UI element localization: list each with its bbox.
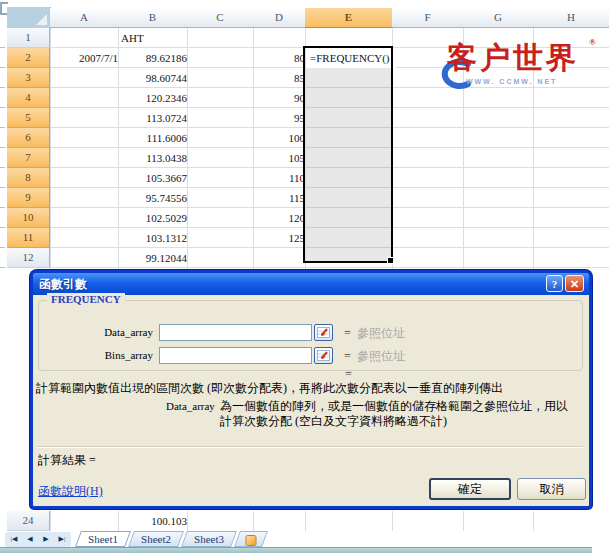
row-header-8[interactable]: 8: [7, 168, 50, 188]
column-header-c[interactable]: C: [187, 8, 254, 28]
cancel-button[interactable]: 取消: [517, 478, 586, 500]
close-icon[interactable]: ✕: [565, 275, 584, 292]
tab-sheet1-label: Sheet1: [79, 532, 127, 546]
range-selector-button[interactable]: [314, 347, 333, 364]
column-header-a[interactable]: A: [50, 8, 119, 28]
select-all-corner[interactable]: [7, 7, 51, 29]
dialog-title: 函數引數: [39, 273, 87, 295]
bins-array-label: Bins_array: [53, 349, 153, 361]
cell-b5[interactable]: 113.0724: [118, 108, 190, 128]
row-header-3[interactable]: 3: [7, 68, 50, 88]
tab-sheet2[interactable]: Sheet2: [128, 531, 184, 547]
argument-description: 為一個數值的陣列，或是一個數值的儲存格範圍之參照位址，用以計算次數分配 (空白及…: [220, 399, 568, 429]
cell-b7[interactable]: 113.0438: [118, 148, 190, 168]
cell-d7[interactable]: 105: [253, 148, 308, 168]
cell-d4[interactable]: 90: [253, 88, 308, 108]
tab-sheet3[interactable]: Sheet3: [181, 531, 237, 547]
equals-sign: =: [344, 349, 351, 364]
tab-nav-buttons: |◀ ◀ ▶ ▶|: [5, 532, 71, 547]
cell-b2[interactable]: 89.62186: [118, 48, 190, 68]
function-description: 計算範圍內數值出現的區間次數 (即次數分配表)，再將此次數分配表以一垂直的陣列傳…: [36, 381, 588, 395]
cell-b24[interactable]: 100.103: [118, 511, 190, 531]
dialog-help-button[interactable]: ?: [546, 275, 563, 292]
row-header-12[interactable]: 12: [7, 248, 50, 268]
row-header-4[interactable]: 4: [7, 88, 50, 108]
data-array-input[interactable]: [159, 324, 312, 341]
cell-b4[interactable]: 120.2346: [118, 88, 190, 108]
range-selector-button[interactable]: [314, 324, 333, 341]
insert-worksheet-tab[interactable]: [234, 531, 268, 547]
argument-name: Data_array: [166, 400, 215, 412]
row-header-5[interactable]: 5: [7, 108, 50, 128]
cell-b10[interactable]: 102.5029: [118, 208, 190, 228]
cell-d11[interactable]: 125: [253, 228, 308, 248]
tab-sheet2-label: Sheet2: [132, 532, 180, 546]
cell-b1[interactable]: AHT: [118, 28, 190, 48]
cell-d5[interactable]: 95: [253, 108, 308, 128]
column-header-h[interactable]: H: [533, 8, 609, 28]
cell-b6[interactable]: 111.6006: [118, 128, 190, 148]
row-header-6[interactable]: 6: [7, 128, 50, 148]
row-header-9[interactable]: 9: [7, 188, 50, 208]
row-header-10[interactable]: 10: [7, 208, 50, 228]
cell-b11[interactable]: 103.1312: [118, 228, 190, 248]
column-header-e[interactable]: E: [305, 8, 393, 28]
scrollbar-strip: [0, 547, 592, 553]
gridline-v: [533, 511, 534, 531]
row-header-11[interactable]: 11: [7, 228, 50, 248]
gridline-v: [253, 511, 254, 531]
row-header-24[interactable]: 24: [7, 511, 50, 531]
logo-brand-text: 客户世界: [447, 41, 579, 75]
cell-b12[interactable]: 99.12044: [118, 248, 190, 268]
collapse-dialog-icon: [317, 327, 330, 338]
divider: [38, 446, 583, 448]
result-equals-sign: =: [345, 367, 352, 382]
collapse-dialog-icon: [317, 350, 330, 361]
tab-sheet3-label: Sheet3: [185, 532, 233, 546]
selection-border: [303, 46, 393, 263]
column-header-g[interactable]: G: [463, 8, 534, 28]
gridline-v: [392, 511, 393, 531]
next-sheet-icon[interactable]: ▶: [39, 533, 53, 546]
last-sheet-icon[interactable]: ▶|: [55, 533, 69, 546]
fill-handle[interactable]: [387, 257, 394, 264]
data-array-label: Data_array: [53, 326, 153, 338]
dialog-titlebar[interactable]: 函數引數 ? ✕: [33, 273, 589, 295]
cell-d10[interactable]: 120: [253, 208, 308, 228]
equals-sign: =: [344, 326, 351, 341]
cell-d8[interactable]: 110: [253, 168, 308, 188]
logo-site-url: WWW. CCMW. NET: [466, 78, 557, 85]
data-array-hint: 參照位址: [357, 325, 405, 342]
column-header-f[interactable]: F: [392, 8, 464, 28]
function-arguments-dialog: 函數引數 ? ✕ FREQUENCY Data_array = 參照位址 Bin…: [30, 270, 592, 509]
function-help-link[interactable]: 函數說明(H): [38, 483, 103, 500]
gridline-v: [305, 511, 306, 531]
cell-b9[interactable]: 95.74556: [118, 188, 190, 208]
cell-d3[interactable]: 85: [253, 68, 308, 88]
cell-d2[interactable]: 80: [253, 48, 308, 68]
row-header-2[interactable]: 2: [7, 48, 50, 68]
cell-a2[interactable]: 2007/7/1: [50, 48, 121, 68]
gridline-v: [463, 511, 464, 531]
cell-d9[interactable]: 115: [253, 188, 308, 208]
cell-b8[interactable]: 105.3667: [118, 168, 190, 188]
cell-d6[interactable]: 100: [253, 128, 308, 148]
calculation-result-label: 計算結果 =: [38, 452, 96, 469]
bins-array-hint: 參照位址: [357, 348, 405, 365]
registered-mark: ®: [589, 37, 596, 47]
gridline-v: [50, 511, 51, 531]
function-name-label: FREQUENCY: [47, 293, 125, 305]
row-header-7[interactable]: 7: [7, 148, 50, 168]
insert-worksheet-icon: [245, 535, 256, 546]
prev-sheet-icon[interactable]: ◀: [23, 533, 37, 546]
tab-sheet1[interactable]: Sheet1: [75, 531, 131, 547]
bins-array-input[interactable]: [159, 347, 312, 364]
cell-b3[interactable]: 98.60744: [118, 68, 190, 88]
row-header-1[interactable]: 1: [7, 28, 50, 48]
column-header-b[interactable]: B: [118, 8, 188, 28]
row-gutter-ticks: [0, 47, 5, 268]
first-sheet-icon[interactable]: |◀: [7, 533, 21, 546]
column-header-d[interactable]: D: [253, 8, 306, 28]
ok-button[interactable]: 確定: [429, 478, 511, 500]
